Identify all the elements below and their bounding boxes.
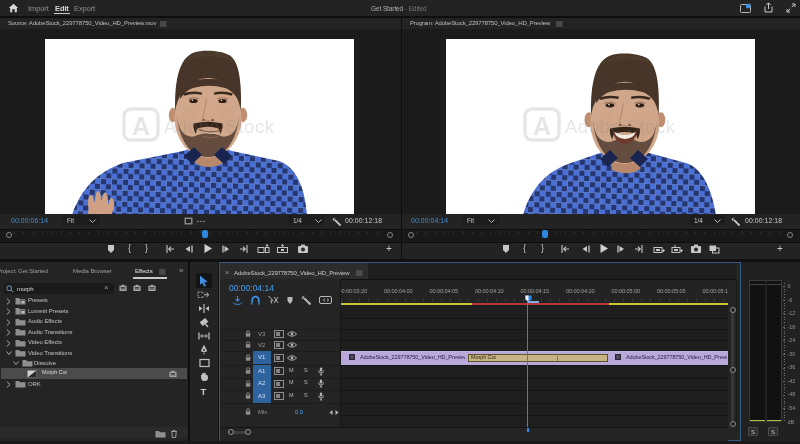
svg-text:A: A (533, 112, 551, 140)
svg-text:Adobe Stock: Adobe Stock (164, 116, 275, 137)
svg-text:A: A (132, 112, 150, 140)
svg-text:Adobe Stock: Adobe Stock (565, 116, 676, 137)
